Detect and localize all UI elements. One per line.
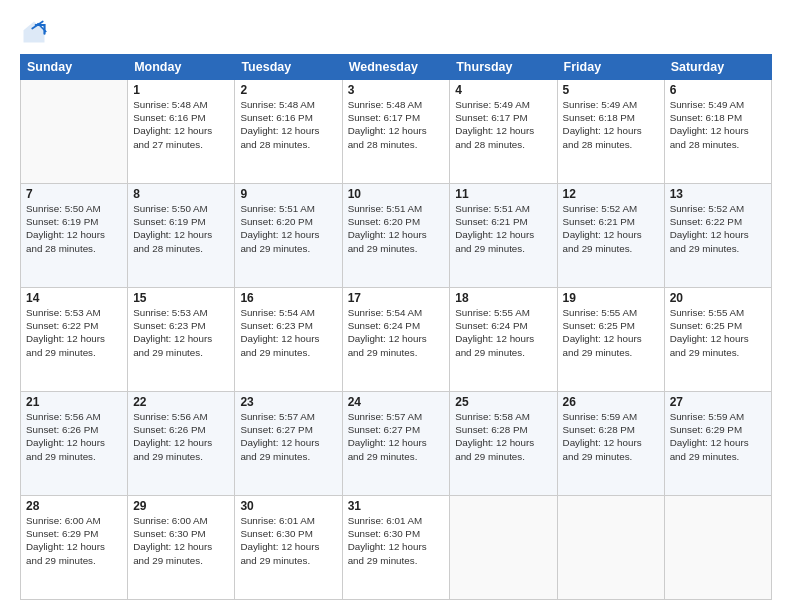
calendar-cell: 28Sunrise: 6:00 AM Sunset: 6:29 PM Dayli… [21, 496, 128, 600]
day-info: Sunrise: 5:52 AM Sunset: 6:21 PM Dayligh… [563, 202, 659, 255]
day-number: 12 [563, 187, 659, 201]
day-number: 7 [26, 187, 122, 201]
day-number: 30 [240, 499, 336, 513]
calendar-cell: 7Sunrise: 5:50 AM Sunset: 6:19 PM Daylig… [21, 184, 128, 288]
calendar-cell: 17Sunrise: 5:54 AM Sunset: 6:24 PM Dayli… [342, 288, 450, 392]
calendar-cell: 8Sunrise: 5:50 AM Sunset: 6:19 PM Daylig… [128, 184, 235, 288]
day-info: Sunrise: 5:48 AM Sunset: 6:16 PM Dayligh… [133, 98, 229, 151]
calendar-cell: 12Sunrise: 5:52 AM Sunset: 6:21 PM Dayli… [557, 184, 664, 288]
day-number: 8 [133, 187, 229, 201]
week-row-5: 28Sunrise: 6:00 AM Sunset: 6:29 PM Dayli… [21, 496, 772, 600]
day-number: 18 [455, 291, 551, 305]
calendar-cell: 22Sunrise: 5:56 AM Sunset: 6:26 PM Dayli… [128, 392, 235, 496]
day-info: Sunrise: 6:00 AM Sunset: 6:29 PM Dayligh… [26, 514, 122, 567]
day-info: Sunrise: 6:00 AM Sunset: 6:30 PM Dayligh… [133, 514, 229, 567]
calendar-cell: 13Sunrise: 5:52 AM Sunset: 6:22 PM Dayli… [664, 184, 771, 288]
calendar-cell: 1Sunrise: 5:48 AM Sunset: 6:16 PM Daylig… [128, 80, 235, 184]
day-number: 31 [348, 499, 445, 513]
day-info: Sunrise: 5:56 AM Sunset: 6:26 PM Dayligh… [133, 410, 229, 463]
day-info: Sunrise: 5:51 AM Sunset: 6:20 PM Dayligh… [240, 202, 336, 255]
day-number: 17 [348, 291, 445, 305]
calendar-cell: 2Sunrise: 5:48 AM Sunset: 6:16 PM Daylig… [235, 80, 342, 184]
weekday-header-sunday: Sunday [21, 55, 128, 80]
day-info: Sunrise: 5:58 AM Sunset: 6:28 PM Dayligh… [455, 410, 551, 463]
day-info: Sunrise: 5:48 AM Sunset: 6:17 PM Dayligh… [348, 98, 445, 151]
calendar-cell: 29Sunrise: 6:00 AM Sunset: 6:30 PM Dayli… [128, 496, 235, 600]
day-number: 24 [348, 395, 445, 409]
day-number: 10 [348, 187, 445, 201]
day-number: 11 [455, 187, 551, 201]
day-info: Sunrise: 5:57 AM Sunset: 6:27 PM Dayligh… [240, 410, 336, 463]
logo [20, 18, 52, 46]
day-number: 25 [455, 395, 551, 409]
calendar-cell: 9Sunrise: 5:51 AM Sunset: 6:20 PM Daylig… [235, 184, 342, 288]
day-number: 29 [133, 499, 229, 513]
weekday-header-saturday: Saturday [664, 55, 771, 80]
calendar-cell: 18Sunrise: 5:55 AM Sunset: 6:24 PM Dayli… [450, 288, 557, 392]
weekday-header-monday: Monday [128, 55, 235, 80]
calendar-cell: 20Sunrise: 5:55 AM Sunset: 6:25 PM Dayli… [664, 288, 771, 392]
day-number: 14 [26, 291, 122, 305]
calendar-cell: 4Sunrise: 5:49 AM Sunset: 6:17 PM Daylig… [450, 80, 557, 184]
calendar-cell: 10Sunrise: 5:51 AM Sunset: 6:20 PM Dayli… [342, 184, 450, 288]
day-number: 2 [240, 83, 336, 97]
day-info: Sunrise: 5:55 AM Sunset: 6:24 PM Dayligh… [455, 306, 551, 359]
calendar-table: SundayMondayTuesdayWednesdayThursdayFrid… [20, 54, 772, 600]
day-info: Sunrise: 5:50 AM Sunset: 6:19 PM Dayligh… [26, 202, 122, 255]
day-info: Sunrise: 5:51 AM Sunset: 6:20 PM Dayligh… [348, 202, 445, 255]
day-info: Sunrise: 5:50 AM Sunset: 6:19 PM Dayligh… [133, 202, 229, 255]
calendar-cell: 15Sunrise: 5:53 AM Sunset: 6:23 PM Dayli… [128, 288, 235, 392]
day-number: 16 [240, 291, 336, 305]
calendar-cell: 27Sunrise: 5:59 AM Sunset: 6:29 PM Dayli… [664, 392, 771, 496]
day-info: Sunrise: 5:57 AM Sunset: 6:27 PM Dayligh… [348, 410, 445, 463]
day-number: 21 [26, 395, 122, 409]
day-info: Sunrise: 5:56 AM Sunset: 6:26 PM Dayligh… [26, 410, 122, 463]
week-row-4: 21Sunrise: 5:56 AM Sunset: 6:26 PM Dayli… [21, 392, 772, 496]
calendar-cell: 30Sunrise: 6:01 AM Sunset: 6:30 PM Dayli… [235, 496, 342, 600]
weekday-header-wednesday: Wednesday [342, 55, 450, 80]
day-number: 15 [133, 291, 229, 305]
weekday-header-friday: Friday [557, 55, 664, 80]
calendar-cell [664, 496, 771, 600]
calendar-cell: 24Sunrise: 5:57 AM Sunset: 6:27 PM Dayli… [342, 392, 450, 496]
day-info: Sunrise: 5:49 AM Sunset: 6:18 PM Dayligh… [563, 98, 659, 151]
day-info: Sunrise: 5:54 AM Sunset: 6:24 PM Dayligh… [348, 306, 445, 359]
day-number: 3 [348, 83, 445, 97]
day-number: 27 [670, 395, 766, 409]
calendar-cell: 6Sunrise: 5:49 AM Sunset: 6:18 PM Daylig… [664, 80, 771, 184]
calendar-cell: 5Sunrise: 5:49 AM Sunset: 6:18 PM Daylig… [557, 80, 664, 184]
day-info: Sunrise: 5:52 AM Sunset: 6:22 PM Dayligh… [670, 202, 766, 255]
day-number: 22 [133, 395, 229, 409]
day-number: 13 [670, 187, 766, 201]
calendar-cell: 16Sunrise: 5:54 AM Sunset: 6:23 PM Dayli… [235, 288, 342, 392]
calendar-cell: 19Sunrise: 5:55 AM Sunset: 6:25 PM Dayli… [557, 288, 664, 392]
day-number: 1 [133, 83, 229, 97]
page: SundayMondayTuesdayWednesdayThursdayFrid… [0, 0, 792, 612]
day-number: 6 [670, 83, 766, 97]
weekday-header-tuesday: Tuesday [235, 55, 342, 80]
calendar-cell [557, 496, 664, 600]
day-info: Sunrise: 5:55 AM Sunset: 6:25 PM Dayligh… [670, 306, 766, 359]
calendar-cell: 3Sunrise: 5:48 AM Sunset: 6:17 PM Daylig… [342, 80, 450, 184]
day-number: 4 [455, 83, 551, 97]
calendar-cell [450, 496, 557, 600]
calendar-cell: 31Sunrise: 6:01 AM Sunset: 6:30 PM Dayli… [342, 496, 450, 600]
calendar-cell: 14Sunrise: 5:53 AM Sunset: 6:22 PM Dayli… [21, 288, 128, 392]
day-number: 28 [26, 499, 122, 513]
calendar-cell: 23Sunrise: 5:57 AM Sunset: 6:27 PM Dayli… [235, 392, 342, 496]
day-info: Sunrise: 5:51 AM Sunset: 6:21 PM Dayligh… [455, 202, 551, 255]
day-info: Sunrise: 5:48 AM Sunset: 6:16 PM Dayligh… [240, 98, 336, 151]
day-info: Sunrise: 6:01 AM Sunset: 6:30 PM Dayligh… [240, 514, 336, 567]
week-row-3: 14Sunrise: 5:53 AM Sunset: 6:22 PM Dayli… [21, 288, 772, 392]
day-number: 26 [563, 395, 659, 409]
header [20, 18, 772, 46]
day-info: Sunrise: 5:54 AM Sunset: 6:23 PM Dayligh… [240, 306, 336, 359]
day-number: 5 [563, 83, 659, 97]
day-info: Sunrise: 5:59 AM Sunset: 6:29 PM Dayligh… [670, 410, 766, 463]
day-number: 20 [670, 291, 766, 305]
day-info: Sunrise: 5:59 AM Sunset: 6:28 PM Dayligh… [563, 410, 659, 463]
day-info: Sunrise: 5:53 AM Sunset: 6:23 PM Dayligh… [133, 306, 229, 359]
calendar-cell: 21Sunrise: 5:56 AM Sunset: 6:26 PM Dayli… [21, 392, 128, 496]
calendar-cell: 11Sunrise: 5:51 AM Sunset: 6:21 PM Dayli… [450, 184, 557, 288]
day-info: Sunrise: 5:53 AM Sunset: 6:22 PM Dayligh… [26, 306, 122, 359]
